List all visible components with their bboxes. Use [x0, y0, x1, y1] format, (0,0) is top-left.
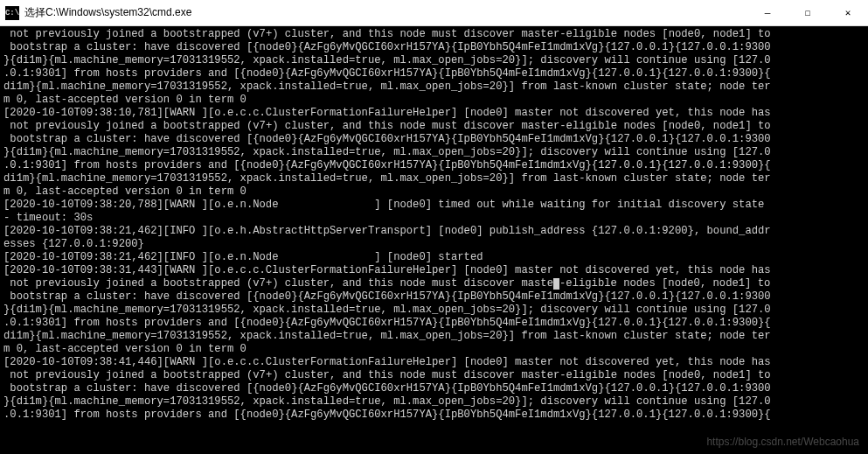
window-controls: — ☐ ✕	[747, 0, 868, 25]
text-cursor	[553, 278, 559, 290]
watermark: https://blog.csdn.net/Webcaohua	[706, 436, 859, 449]
maximize-button[interactable]: ☐	[788, 0, 828, 25]
titlebar: C:\ 选择C:\Windows\system32\cmd.exe — ☐ ✕	[0, 0, 868, 26]
close-button[interactable]: ✕	[828, 0, 868, 25]
minimize-button[interactable]: —	[747, 0, 788, 25]
window-title: 选择C:\Windows\system32\cmd.exe	[24, 5, 747, 20]
cmd-icon: C:\	[5, 6, 19, 20]
console-output[interactable]: not previously joined a bootstrapped (v7…	[0, 26, 868, 454]
